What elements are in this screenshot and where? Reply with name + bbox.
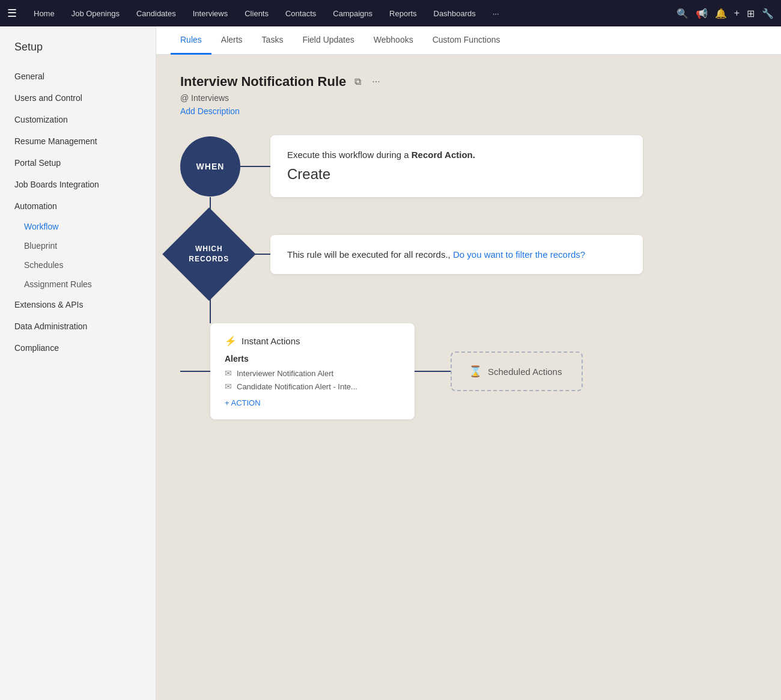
sidebar-item-extensions-apis[interactable]: Extensions & APIs — [0, 294, 156, 315]
nav-candidates[interactable]: Candidates — [129, 7, 183, 20]
sidebar-item-workflow[interactable]: Workflow — [0, 217, 156, 236]
which-node[interactable]: WHICHRECORDS — [162, 207, 256, 301]
alert-item-2[interactable]: ✉ Candidate Notification Alert - Inte... — [225, 382, 400, 391]
sidebar: Setup General Users and Control Customiz… — [0, 26, 156, 700]
action-h-connector — [180, 371, 210, 372]
alert-text-1: Interviewer Notification Alert — [237, 369, 333, 378]
alerts-label: Alerts — [225, 354, 400, 364]
announcement-icon[interactable]: 📢 — [696, 8, 708, 19]
flow-diagram: WHEN Execute this workflow during a Reco… — [180, 135, 757, 419]
instant-actions-card[interactable]: ⚡ Instant Actions Alerts ✉ Interviewer N… — [210, 323, 415, 419]
rule-title-row: Interview Notification Rule ⧉ ··· — [180, 74, 757, 90]
sidebar-title: Setup — [0, 41, 156, 65]
alerts-section: Alerts ✉ Interviewer Notification Alert … — [225, 354, 400, 391]
add-action-link[interactable]: + ACTION — [225, 398, 400, 407]
nav-job-openings[interactable]: Job Openings — [64, 7, 127, 20]
add-icon[interactable]: + — [734, 8, 740, 19]
tab-rules[interactable]: Rules — [171, 26, 211, 55]
filter-link[interactable]: Do you want to filter the records? — [453, 249, 585, 260]
sidebar-item-schedules[interactable]: Schedules — [0, 255, 156, 275]
nav-home[interactable]: Home — [26, 7, 62, 20]
records-text: This rule will be executed for all recor… — [287, 249, 626, 260]
mail-icon-1: ✉ — [225, 368, 232, 378]
nav-interviews[interactable]: Interviews — [186, 7, 236, 20]
actions-row: ⚡ Instant Actions Alerts ✉ Interviewer N… — [180, 323, 583, 419]
tabs-bar: Rules Alerts Tasks Field Updates Webhook… — [156, 26, 781, 55]
trigger-text: Execute this workflow during a Record Ac… — [287, 150, 626, 160]
hourglass-icon: ⌛ — [469, 365, 482, 378]
which-info-card[interactable]: This rule will be executed for all recor… — [270, 235, 643, 274]
when-node[interactable]: WHEN — [180, 136, 240, 196]
when-connector — [240, 166, 270, 167]
nav-reports[interactable]: Reports — [382, 7, 424, 20]
sidebar-item-automation[interactable]: Automation — [0, 195, 156, 217]
sidebar-item-users-control[interactable]: Users and Control — [0, 87, 156, 109]
rule-header: Interview Notification Rule ⧉ ··· @ Inte… — [180, 74, 757, 116]
sidebar-item-assignment-rules[interactable]: Assignment Rules — [0, 275, 156, 294]
add-description-link[interactable]: Add Description — [180, 106, 240, 116]
which-node-label: WHICHRECORDS — [189, 244, 229, 264]
sidebar-item-general[interactable]: General — [0, 65, 156, 87]
search-icon[interactable]: 🔍 — [676, 8, 688, 19]
nav-contacts[interactable]: Contacts — [278, 7, 323, 20]
lightning-icon: ⚡ — [225, 335, 237, 347]
mail-icon-2: ✉ — [225, 382, 232, 391]
alert-text-2: Candidate Notification Alert - Inte... — [237, 382, 357, 391]
nav-items: Home Job Openings Candidates Interviews … — [26, 7, 676, 20]
workflow-area: Interview Notification Rule ⧉ ··· @ Inte… — [156, 55, 781, 700]
alert-item-1[interactable]: ✉ Interviewer Notification Alert — [225, 368, 400, 378]
sidebar-item-compliance[interactable]: Compliance — [0, 337, 156, 359]
nav-icons: 🔍 📢 🔔 + ⊞ 🔧 — [676, 8, 774, 19]
instant-actions-header: ⚡ Instant Actions — [225, 335, 400, 347]
tab-tasks[interactable]: Tasks — [252, 26, 293, 55]
layout: Setup General Users and Control Customiz… — [0, 26, 781, 700]
nav-dashboards[interactable]: Dashboards — [427, 7, 483, 20]
scheduled-actions-label: Scheduled Actions — [488, 367, 562, 377]
sidebar-item-customization[interactable]: Customization — [0, 109, 156, 130]
tab-field-updates[interactable]: Field Updates — [293, 26, 363, 55]
scheduled-actions-card[interactable]: ⌛ Scheduled Actions — [451, 352, 583, 391]
nav-clients[interactable]: Clients — [237, 7, 276, 20]
sidebar-item-resume-management[interactable]: Resume Management — [0, 130, 156, 152]
sidebar-item-data-admin[interactable]: Data Administration — [0, 315, 156, 337]
more-options-button[interactable]: ··· — [369, 75, 382, 88]
rule-subtitle: @ Interviews — [180, 93, 757, 103]
dashed-connector — [415, 371, 451, 372]
nav-campaigns[interactable]: Campaigns — [326, 7, 380, 20]
hamburger-icon[interactable]: ☰ — [7, 7, 17, 20]
instant-actions-label: Instant Actions — [242, 336, 300, 346]
tab-webhooks[interactable]: Webhooks — [364, 26, 423, 55]
nav-more[interactable]: ··· — [485, 7, 506, 20]
action-name: Create — [287, 166, 626, 183]
which-row: WHICHRECORDS This rule will be executed … — [180, 221, 757, 287]
tab-custom-functions[interactable]: Custom Functions — [423, 26, 510, 55]
sidebar-item-blueprint[interactable]: Blueprint — [0, 236, 156, 255]
copy-button[interactable]: ⧉ — [352, 75, 363, 88]
main-content: Rules Alerts Tasks Field Updates Webhook… — [156, 26, 781, 700]
sidebar-item-portal-setup[interactable]: Portal Setup — [0, 152, 156, 174]
grid-icon[interactable]: ⊞ — [747, 8, 755, 19]
tab-alerts[interactable]: Alerts — [211, 26, 252, 55]
top-nav: ☰ Home Job Openings Candidates Interview… — [0, 0, 781, 26]
wrench-icon[interactable]: 🔧 — [762, 8, 774, 19]
notification-icon[interactable]: 🔔 — [715, 8, 727, 19]
sidebar-item-job-boards[interactable]: Job Boards Integration — [0, 174, 156, 195]
when-row: WHEN Execute this workflow during a Reco… — [180, 135, 757, 197]
when-info-card[interactable]: Execute this workflow during a Record Ac… — [270, 135, 643, 197]
rule-name: Interview Notification Rule — [180, 74, 346, 90]
